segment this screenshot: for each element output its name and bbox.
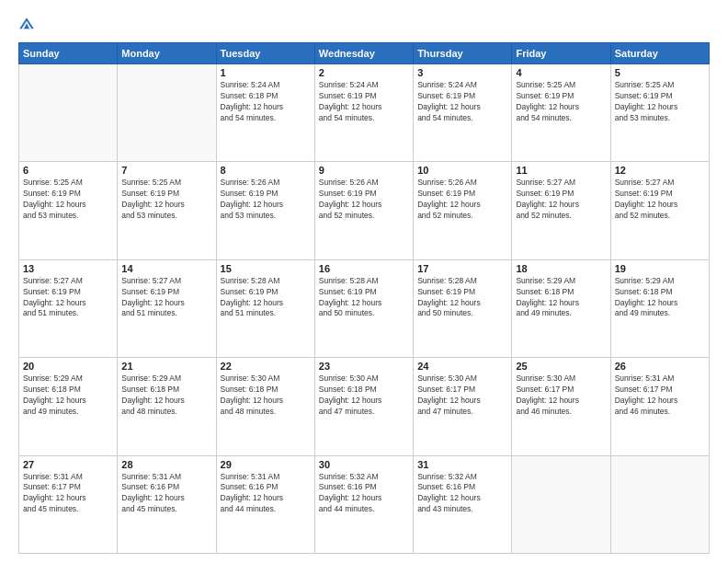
day-info: Sunrise: 5:30 AMSunset: 6:17 PMDaylight:… <box>417 373 507 418</box>
week-row-1: 6Sunrise: 5:25 AMSunset: 6:19 PMDaylight… <box>19 162 710 259</box>
day-info: Sunrise: 5:29 AMSunset: 6:18 PMDaylight:… <box>23 373 113 418</box>
week-row-4: 27Sunrise: 5:31 AMSunset: 6:17 PMDayligh… <box>19 455 710 553</box>
day-cell-24: 24Sunrise: 5:30 AMSunset: 6:17 PMDayligh… <box>414 358 512 455</box>
day-number: 11 <box>516 165 606 176</box>
week-row-3: 20Sunrise: 5:29 AMSunset: 6:18 PMDayligh… <box>19 358 710 455</box>
day-info: Sunrise: 5:26 AMSunset: 6:19 PMDaylight:… <box>319 178 409 222</box>
day-number: 18 <box>516 263 606 274</box>
day-number: 16 <box>319 263 409 274</box>
day-info: Sunrise: 5:27 AMSunset: 6:19 PMDaylight:… <box>516 178 606 222</box>
day-info: Sunrise: 5:25 AMSunset: 6:19 PMDaylight:… <box>121 178 211 222</box>
day-cell-21: 21Sunrise: 5:29 AMSunset: 6:18 PMDayligh… <box>118 358 216 455</box>
day-info: Sunrise: 5:27 AMSunset: 6:19 PMDaylight:… <box>121 276 211 320</box>
empty-cell <box>118 64 216 162</box>
day-number: 26 <box>615 361 705 372</box>
day-number: 20 <box>23 361 113 372</box>
day-cell-28: 28Sunrise: 5:31 AMSunset: 6:16 PMDayligh… <box>118 455 216 553</box>
empty-cell <box>512 455 610 553</box>
day-info: Sunrise: 5:32 AMSunset: 6:16 PMDaylight:… <box>417 472 507 516</box>
day-cell-4: 4Sunrise: 5:25 AMSunset: 6:19 PMDaylight… <box>512 64 610 162</box>
day-number: 12 <box>615 165 705 176</box>
day-info: Sunrise: 5:30 AMSunset: 6:17 PMDaylight:… <box>516 373 606 418</box>
day-cell-11: 11Sunrise: 5:27 AMSunset: 6:19 PMDayligh… <box>512 162 610 259</box>
day-info: Sunrise: 5:25 AMSunset: 6:19 PMDaylight:… <box>23 178 113 222</box>
day-cell-23: 23Sunrise: 5:30 AMSunset: 6:18 PMDayligh… <box>314 358 413 455</box>
day-info: Sunrise: 5:27 AMSunset: 6:19 PMDaylight:… <box>23 276 113 320</box>
day-info: Sunrise: 5:31 AMSunset: 6:16 PMDaylight:… <box>121 472 211 516</box>
day-cell-30: 30Sunrise: 5:32 AMSunset: 6:16 PMDayligh… <box>314 455 413 553</box>
day-number: 9 <box>319 165 409 176</box>
day-cell-18: 18Sunrise: 5:29 AMSunset: 6:18 PMDayligh… <box>512 259 610 357</box>
day-cell-22: 22Sunrise: 5:30 AMSunset: 6:18 PMDayligh… <box>216 358 314 455</box>
day-number: 28 <box>121 459 211 470</box>
day-info: Sunrise: 5:31 AMSunset: 6:17 PMDaylight:… <box>23 472 113 516</box>
day-number: 17 <box>417 263 507 274</box>
header <box>18 17 710 33</box>
empty-cell <box>19 64 118 162</box>
day-info: Sunrise: 5:29 AMSunset: 6:18 PMDaylight:… <box>615 276 705 320</box>
logo <box>18 17 37 33</box>
day-cell-1: 1Sunrise: 5:24 AMSunset: 6:18 PMDaylight… <box>216 64 314 162</box>
calendar-table: SundayMondayTuesdayWednesdayThursdayFrid… <box>18 42 710 554</box>
day-number: 13 <box>23 263 113 274</box>
empty-cell <box>610 455 709 553</box>
weekday-header-friday: Friday <box>512 43 610 64</box>
day-cell-25: 25Sunrise: 5:30 AMSunset: 6:17 PMDayligh… <box>512 358 610 455</box>
day-number: 30 <box>319 459 409 470</box>
day-number: 25 <box>516 361 606 372</box>
day-info: Sunrise: 5:28 AMSunset: 6:19 PMDaylight:… <box>319 276 409 320</box>
day-number: 3 <box>417 67 507 78</box>
day-info: Sunrise: 5:26 AMSunset: 6:19 PMDaylight:… <box>221 178 311 222</box>
weekday-header-monday: Monday <box>118 43 216 64</box>
day-number: 8 <box>221 165 311 176</box>
day-cell-27: 27Sunrise: 5:31 AMSunset: 6:17 PMDayligh… <box>19 455 118 553</box>
day-number: 5 <box>615 67 705 78</box>
day-number: 31 <box>417 459 507 470</box>
day-cell-7: 7Sunrise: 5:25 AMSunset: 6:19 PMDaylight… <box>118 162 216 259</box>
day-info: Sunrise: 5:32 AMSunset: 6:16 PMDaylight:… <box>319 472 409 516</box>
day-cell-17: 17Sunrise: 5:28 AMSunset: 6:19 PMDayligh… <box>414 259 512 357</box>
day-cell-12: 12Sunrise: 5:27 AMSunset: 6:19 PMDayligh… <box>610 162 709 259</box>
day-info: Sunrise: 5:31 AMSunset: 6:16 PMDaylight:… <box>221 472 311 516</box>
day-number: 14 <box>121 263 211 274</box>
day-number: 29 <box>221 459 311 470</box>
calendar-body: 1Sunrise: 5:24 AMSunset: 6:18 PMDaylight… <box>19 64 710 554</box>
day-cell-10: 10Sunrise: 5:26 AMSunset: 6:19 PMDayligh… <box>414 162 512 259</box>
logo-icon <box>18 17 35 33</box>
day-cell-9: 9Sunrise: 5:26 AMSunset: 6:19 PMDaylight… <box>314 162 413 259</box>
day-info: Sunrise: 5:27 AMSunset: 6:19 PMDaylight:… <box>615 178 705 222</box>
day-cell-26: 26Sunrise: 5:31 AMSunset: 6:17 PMDayligh… <box>610 358 709 455</box>
day-number: 24 <box>417 361 507 372</box>
weekday-header-sunday: Sunday <box>19 43 118 64</box>
week-row-0: 1Sunrise: 5:24 AMSunset: 6:18 PMDaylight… <box>19 64 710 162</box>
day-info: Sunrise: 5:28 AMSunset: 6:19 PMDaylight:… <box>221 276 311 320</box>
day-number: 1 <box>221 67 311 78</box>
day-cell-20: 20Sunrise: 5:29 AMSunset: 6:18 PMDayligh… <box>19 358 118 455</box>
day-cell-14: 14Sunrise: 5:27 AMSunset: 6:19 PMDayligh… <box>118 259 216 357</box>
page: SundayMondayTuesdayWednesdayThursdayFrid… <box>0 0 728 563</box>
day-cell-31: 31Sunrise: 5:32 AMSunset: 6:16 PMDayligh… <box>414 455 512 553</box>
weekday-header-row: SundayMondayTuesdayWednesdayThursdayFrid… <box>19 43 710 64</box>
day-number: 21 <box>121 361 211 372</box>
day-number: 4 <box>516 67 606 78</box>
day-number: 23 <box>319 361 409 372</box>
day-cell-8: 8Sunrise: 5:26 AMSunset: 6:19 PMDaylight… <box>216 162 314 259</box>
day-number: 7 <box>121 165 211 176</box>
day-info: Sunrise: 5:28 AMSunset: 6:19 PMDaylight:… <box>417 276 507 320</box>
day-info: Sunrise: 5:24 AMSunset: 6:19 PMDaylight:… <box>417 80 507 124</box>
day-cell-15: 15Sunrise: 5:28 AMSunset: 6:19 PMDayligh… <box>216 259 314 357</box>
week-row-2: 13Sunrise: 5:27 AMSunset: 6:19 PMDayligh… <box>19 259 710 357</box>
day-number: 22 <box>221 361 311 372</box>
day-info: Sunrise: 5:29 AMSunset: 6:18 PMDaylight:… <box>121 373 211 418</box>
day-cell-16: 16Sunrise: 5:28 AMSunset: 6:19 PMDayligh… <box>314 259 413 357</box>
day-cell-19: 19Sunrise: 5:29 AMSunset: 6:18 PMDayligh… <box>610 259 709 357</box>
day-cell-2: 2Sunrise: 5:24 AMSunset: 6:19 PMDaylight… <box>314 64 413 162</box>
day-cell-13: 13Sunrise: 5:27 AMSunset: 6:19 PMDayligh… <box>19 259 118 357</box>
day-number: 10 <box>417 165 507 176</box>
day-number: 15 <box>221 263 311 274</box>
day-info: Sunrise: 5:25 AMSunset: 6:19 PMDaylight:… <box>516 80 606 124</box>
day-info: Sunrise: 5:30 AMSunset: 6:18 PMDaylight:… <box>221 373 311 418</box>
day-info: Sunrise: 5:25 AMSunset: 6:19 PMDaylight:… <box>615 80 705 124</box>
day-info: Sunrise: 5:30 AMSunset: 6:18 PMDaylight:… <box>319 373 409 418</box>
day-number: 6 <box>23 165 113 176</box>
